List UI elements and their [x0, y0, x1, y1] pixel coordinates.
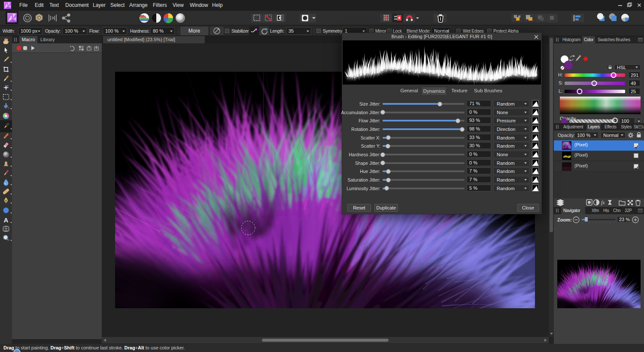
svg-text:A: A	[4, 216, 9, 224]
svg-text:fx: fx	[601, 200, 605, 206]
